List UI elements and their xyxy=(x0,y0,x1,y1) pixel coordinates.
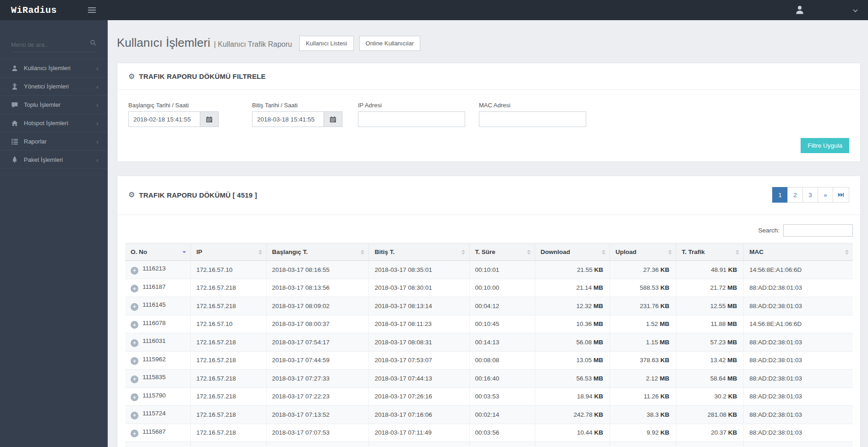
mac-cell: 88:AD:D2:38:01:03 xyxy=(744,424,853,442)
expand-row-icon[interactable] xyxy=(131,303,138,311)
traffic-cell: 57.23 MB xyxy=(676,333,744,352)
download-cell: 13.05 MB xyxy=(535,351,610,370)
calendar-icon[interactable] xyxy=(324,111,342,127)
end-date-field: Bitiş Tarihi / Saati xyxy=(252,102,342,127)
page-subtitle: | Kullanıcı Trafik Raporu xyxy=(214,40,292,49)
search-icon[interactable] xyxy=(90,39,97,48)
ip-input[interactable] xyxy=(358,111,465,127)
column-header-upload[interactable]: Upload xyxy=(610,243,676,261)
report-panel: ⚙ TRAFIK RAPORU DÖKÜMÜ [ 4519 ] 1 2 3 » … xyxy=(117,176,861,447)
traffic-cell: 20.37 KB xyxy=(676,424,744,442)
order-no-cell: 1115790 xyxy=(125,387,191,406)
sort-desc-icon xyxy=(182,251,186,253)
traffic-cell: 48.91 KB xyxy=(676,261,744,279)
expand-row-icon[interactable] xyxy=(131,357,138,365)
order-no-cell: 1115660 xyxy=(125,442,191,447)
column-header-ono[interactable]: O. No xyxy=(125,243,191,261)
expand-row-icon[interactable] xyxy=(131,285,138,292)
expand-row-icon[interactable] xyxy=(131,430,138,437)
sidebar-item-yonetici-islemleri[interactable]: Yönetici İşlemleri ‹ xyxy=(0,77,108,95)
filter-panel-title: TRAFIK RAPORU DÖKÜMÜ FILTRELE xyxy=(139,72,265,80)
duration-cell: 00:02:14 xyxy=(469,406,535,424)
end-time-cell: 2018-03-17 07:16:06 xyxy=(369,406,469,424)
expand-row-icon[interactable] xyxy=(131,393,138,401)
expand-row-icon[interactable] xyxy=(131,339,138,347)
table-row: 1116187 172.16.57.218 2018-03-17 08:13:5… xyxy=(125,279,853,297)
sort-icon xyxy=(602,250,605,254)
traffic-cell: 30.2 KB xyxy=(676,387,744,406)
mac-cell: 88:AD:D2:38:01:03 xyxy=(744,442,853,447)
chevron-left-icon: ‹ xyxy=(96,65,99,72)
apply-filter-button[interactable]: Filtre Uygula xyxy=(801,138,849,153)
order-no-cell: 1116078 xyxy=(125,315,191,333)
ip-cell: 172.16.57.218 xyxy=(191,297,266,315)
upload-cell: 11.26 KB xyxy=(610,387,676,406)
upload-cell: 378.63 KB xyxy=(610,351,676,370)
filter-footer: Filtre Uygula xyxy=(117,127,860,161)
report-panel-header: ⚙ TRAFIK RAPORU DÖKÜMÜ [ 4519 ] 1 2 3 » xyxy=(117,176,860,215)
menu-toggle-icon[interactable] xyxy=(86,6,98,15)
report-panel-title: TRAFIK RAPORU DÖKÜMÜ [ 4519 ] xyxy=(139,191,257,199)
expand-row-icon[interactable] xyxy=(131,412,138,419)
duration-cell: 00:10:45 xyxy=(469,315,535,333)
sidebar-item-kullanici-islemleri[interactable]: Kullanıcı İşlemleri ‹ xyxy=(0,59,108,77)
ip-cell: 172.16.57.218 xyxy=(191,279,266,297)
topbar-right xyxy=(794,0,868,20)
download-cell: 18.94 KB xyxy=(535,387,610,406)
order-no-cell: 1115835 xyxy=(125,370,191,388)
pagination-page-2[interactable]: 2 xyxy=(787,187,803,203)
ip-cell: 172.16.57.218 xyxy=(191,424,266,442)
expand-row-icon[interactable] xyxy=(131,321,138,329)
pagination-next[interactable]: » xyxy=(818,187,833,203)
column-header-mac[interactable]: MAC xyxy=(744,243,853,261)
duration-cell: 00:04:12 xyxy=(469,297,535,315)
column-header-ip[interactable]: IP xyxy=(191,243,266,261)
pagination-last-button[interactable] xyxy=(833,187,849,203)
ip-cell: 172.16.57.218 xyxy=(191,387,266,406)
column-header-trafik[interactable]: T. Trafik xyxy=(676,243,744,261)
duration-cell: 00:03:56 xyxy=(469,424,535,442)
upload-cell: 231.76 KB xyxy=(610,297,676,315)
upload-cell: 2.12 MB xyxy=(610,370,676,388)
sidebar-item-hotspot-islemleri[interactable]: Hotspot İşlemleri ‹ xyxy=(0,114,108,132)
end-time-cell: 2018-03-17 08:11:23 xyxy=(369,315,469,333)
sort-icon xyxy=(461,250,465,254)
table-row: 1116213 172.16.57.10 2018-03-17 08:16:55… xyxy=(125,261,853,279)
column-header-baslangic[interactable]: Başlangıç T. xyxy=(266,243,369,261)
order-no-cell: 1116187 xyxy=(125,279,191,297)
start-time-cell: 2018-03-17 07:07:53 xyxy=(266,424,369,442)
sidebar-item-toplu-islemler[interactable]: Toplu İşlemler ‹ xyxy=(0,95,108,114)
upload-cell: 27.36 KB xyxy=(610,261,676,279)
pagination-page-1[interactable]: 1 xyxy=(772,187,788,203)
column-header-sure[interactable]: T. Süre xyxy=(469,243,535,261)
mac-input[interactable] xyxy=(479,111,586,127)
expand-row-icon[interactable] xyxy=(131,375,138,383)
order-no-cell: 1116031 xyxy=(125,333,191,352)
table-row: 1115962 172.16.57.218 2018-03-17 07:44:5… xyxy=(125,351,853,370)
sidebar-search-input[interactable] xyxy=(11,41,97,48)
table-row: 1115687 172.16.57.218 2018-03-17 07:07:5… xyxy=(125,424,853,442)
end-date-input[interactable] xyxy=(252,111,324,127)
column-header-download[interactable]: Download xyxy=(535,243,610,261)
topbar: WiRadius xyxy=(0,0,868,20)
start-date-input[interactable] xyxy=(128,111,200,127)
calendar-icon[interactable] xyxy=(200,111,219,127)
online-kullanicilar-button[interactable]: Online Kullanıcılar xyxy=(359,36,421,51)
pagination-page-3[interactable]: 3 xyxy=(802,187,818,203)
upload-cell: 1.52 MB xyxy=(610,315,676,333)
user-avatar-icon[interactable] xyxy=(794,5,805,16)
chevron-down-icon[interactable] xyxy=(853,6,858,14)
expand-row-icon[interactable] xyxy=(131,267,138,275)
sidebar-item-paket-islemleri[interactable]: Paket İşlemleri ‹ xyxy=(0,150,108,169)
pagination: 1 2 3 » xyxy=(773,187,849,203)
start-time-cell: 2018-03-17 07:13:52 xyxy=(266,406,369,424)
user-secret-icon xyxy=(11,83,19,90)
comment-icon xyxy=(11,101,19,109)
sidebar-item-raporlar[interactable]: Raporlar ‹ xyxy=(0,132,108,150)
order-no-cell: 1115962 xyxy=(125,351,191,370)
kullanici-listesi-button[interactable]: Kullanıcı Listesi xyxy=(299,36,353,51)
traffic-cell: 13.42 MB xyxy=(676,351,744,370)
filter-panel-header: ⚙ TRAFIK RAPORU DÖKÜMÜ FILTRELE xyxy=(117,63,860,90)
table-search-input[interactable] xyxy=(783,224,853,237)
column-header-bitis[interactable]: Bitiş T. xyxy=(369,243,469,261)
